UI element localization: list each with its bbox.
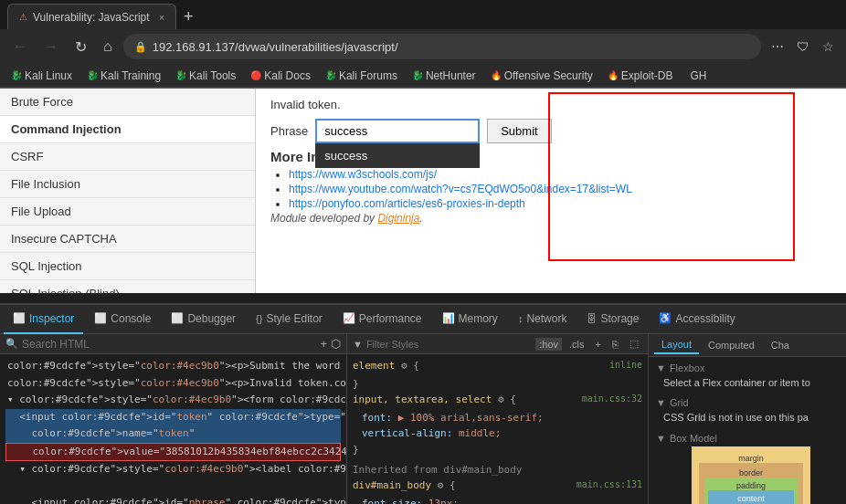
external-link[interactable]: https://www.youtube.com/watch?v=cs7EQdWO… — [289, 183, 632, 195]
sidebar-item[interactable]: File Upload — [0, 198, 255, 226]
bookmark-item[interactable]: 🔥Exploit-DB — [604, 68, 677, 83]
new-tab-button[interactable]: + — [176, 7, 201, 26]
css-filter-input[interactable] — [366, 339, 532, 350]
autocomplete-item[interactable]: success — [315, 143, 480, 168]
devtools-tab-performance[interactable]: 📈Performance — [333, 305, 431, 334]
css-property: vertical-align: middle; — [353, 425, 642, 442]
active-tab[interactable]: ⚠ Vulnerability: JavaScript × — [7, 4, 176, 29]
external-link[interactable]: https://ponyfoo.com/articles/es6-proxies… — [289, 197, 525, 210]
sidebar-item[interactable]: File Inclusion — [0, 171, 255, 198]
cls-toggle[interactable]: .cls — [566, 338, 588, 351]
flexbox-content: Select a Flex container or item to — [656, 376, 839, 390]
css-source: main.css:32 — [582, 392, 642, 406]
digininja-link[interactable]: Digininja — [377, 212, 419, 225]
tab-icon: ⬜ — [94, 312, 107, 324]
shield-button[interactable]: 🛡 — [792, 37, 814, 56]
external-link[interactable]: https://www.w3schools.com/js/ — [289, 168, 437, 181]
css-selector: input, textarea, select — [353, 394, 492, 405]
css-brace: ⚙ { — [498, 394, 516, 405]
bookmark-item[interactable]: 🐉Kali Linux — [7, 68, 76, 83]
devtools-tab-memory[interactable]: 📊Memory — [433, 305, 507, 334]
pick-element-btn[interactable]: ⬡ — [331, 337, 341, 351]
back-button[interactable]: ← — [7, 37, 33, 57]
sidebar-item[interactable]: Insecure CAPTCHA — [0, 226, 255, 253]
flexbox-title[interactable]: ▼ Flexbox — [656, 362, 839, 373]
css-brace: ⚙ { — [401, 360, 419, 372]
hov-toggle[interactable]: :hov — [535, 338, 562, 351]
list-item: https://www.w3schools.com/js/ — [289, 168, 831, 181]
refresh-button[interactable]: ↻ — [69, 37, 92, 58]
filter-icon: ▼ — [353, 339, 363, 350]
bookmark-icon: 🔴 — [250, 70, 261, 80]
html-content: color:#9cdcfe">style="color:#4ec9b0"><p>… — [0, 354, 346, 504]
submit-button[interactable]: Submit — [487, 119, 551, 143]
copy-btn[interactable]: ⎘ — [608, 338, 622, 351]
bookmark-icon: 🐉 — [412, 70, 423, 80]
html-search-input[interactable] — [22, 338, 316, 351]
phrase-input[interactable] — [315, 119, 480, 143]
devtools-tab-style-editor[interactable]: {}Style Editor — [247, 305, 332, 334]
html-line: color:#9cdcfe">style="color:#4ec9b0"><p>… — [5, 358, 341, 375]
devtools-tab-network[interactable]: ↕Network — [509, 305, 576, 334]
phrase-form-row: Phrase success Submit — [270, 119, 831, 143]
left-sidebar: Brute ForceCommand InjectionCSRFFile Inc… — [0, 89, 256, 293]
home-button[interactable]: ⌂ — [98, 37, 118, 57]
box-model-content: content — [708, 490, 794, 504]
layout-btn[interactable]: ⬚ — [626, 337, 642, 351]
list-item: https://www.youtube.com/watch?v=cs7EQdWO… — [289, 183, 831, 195]
tab-close-btn[interactable]: × — [159, 12, 164, 23]
devtools-tab-debugger[interactable]: ⬜Debugger — [162, 305, 245, 334]
layout-subtab-layout[interactable]: Layout — [654, 336, 699, 354]
bookmark-item[interactable]: GH — [683, 68, 710, 83]
sidebar-item[interactable]: Brute Force — [0, 89, 255, 116]
devtools-tab-storage[interactable]: 🗄Storage — [577, 305, 648, 334]
main-content-area: Brute ForceCommand InjectionCSRFFile Inc… — [0, 89, 846, 293]
page-content: Invalid token. Phrase success Submit Mor… — [256, 89, 846, 293]
add-node-btn[interactable]: + — [320, 337, 327, 351]
box-model-visual-area: margin border padding content — [663, 446, 839, 504]
tab-icon: ↕ — [518, 313, 523, 324]
address-bar[interactable]: 🔒 192.168.91.137/dvwa/vulnerabilities/ja… — [123, 34, 761, 59]
devtools-tab-accessibility[interactable]: ♿Accessibility — [650, 305, 744, 334]
devtools-tab-console[interactable]: ⬜Console — [85, 305, 160, 334]
box-model-content: margin border padding content — [656, 446, 839, 504]
bookmark-star-button[interactable]: ☆ — [818, 37, 839, 56]
bookmark-item[interactable]: 🐉Kali Training — [83, 68, 164, 83]
bookmark-item[interactable]: 🐉Kali Forums — [322, 68, 401, 83]
sidebar-item[interactable]: Command Injection — [0, 116, 255, 143]
layout-subtab-cha[interactable]: Cha — [764, 337, 797, 353]
devtools-panel: ⬜Inspector⬜Console⬜Debugger{}Style Edito… — [0, 303, 846, 504]
grid-content: CSS Grid is not in use on this pa — [656, 411, 839, 425]
more-options-button[interactable]: ⋯ — [767, 37, 788, 56]
layout-content: ▼ Flexbox Select a Flex container or ite… — [649, 357, 846, 504]
html-panel: 🔍 + ⬡ color:#9cdcfe">style="color:#4ec9b… — [0, 334, 347, 504]
bookmark-icon: 🔥 — [608, 70, 619, 80]
devtools-tab-inspector[interactable]: ⬜Inspector — [4, 305, 83, 334]
bookmark-icon: 🐉 — [325, 70, 336, 80]
css-panel: ▼ :hov .cls + ⎘ ⬚ element inline ⚙ {}inp… — [347, 334, 649, 504]
tab-title: Vulnerability: JavaScript — [33, 11, 150, 24]
devtools-tab-bar: ⬜Inspector⬜Console⬜Debugger{}Style Edito… — [0, 305, 846, 334]
box-model-padding: padding content — [704, 478, 798, 504]
link-list: https://www.w3schools.com/js/https://www… — [289, 168, 831, 210]
grid-title[interactable]: ▼ Grid — [656, 397, 839, 408]
css-property: font-size: 13px; — [353, 496, 642, 504]
layout-subtab-computed[interactable]: Computed — [701, 337, 762, 353]
bookmark-item[interactable]: 🔴Kali Docs — [247, 68, 314, 83]
bookmark-item[interactable]: 🐉NetHunter — [408, 68, 480, 83]
sidebar-item[interactable]: SQL Injection (Blind) — [0, 280, 255, 293]
add-rule-btn[interactable]: + — [592, 338, 605, 351]
tab-icon: 📊 — [442, 312, 455, 324]
bookmark-icon: 🐉 — [87, 70, 98, 80]
sidebar-item[interactable]: SQL Injection — [0, 253, 255, 280]
bookmark-item[interactable]: 🔥Offensive Security — [487, 68, 597, 83]
box-model-title[interactable]: ▼ Box Model — [656, 433, 839, 444]
tab-icon: 📈 — [343, 312, 355, 324]
bookmarks-bar: 🐉Kali Linux🐉Kali Training🐉Kali Tools🔴Kal… — [0, 64, 846, 88]
bookmark-item[interactable]: 🐉Kali Tools — [172, 68, 239, 83]
chevron-down-icon: ▼ — [656, 362, 666, 373]
sidebar-item[interactable]: CSRF — [0, 143, 255, 171]
forward-button[interactable]: → — [38, 37, 64, 57]
tab-icon: {} — [256, 313, 262, 324]
nav-actions: ⋯ 🛡 ☆ — [767, 37, 839, 56]
